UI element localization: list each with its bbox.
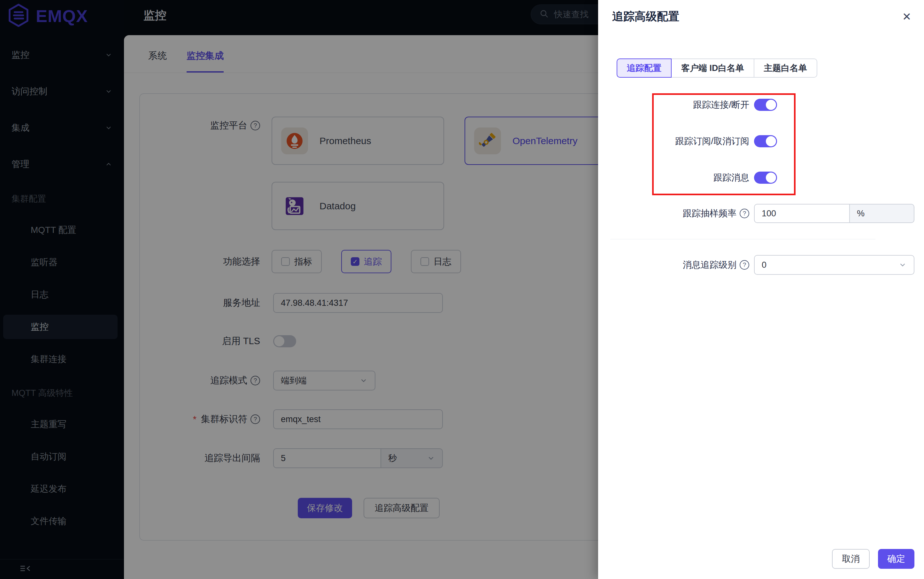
trace-level-row: 消息追踪级别 ? 0 xyxy=(598,255,914,275)
help-icon[interactable]: ? xyxy=(740,209,749,218)
cancel-button[interactable]: 取消 xyxy=(832,549,870,569)
confirm-button[interactable]: 确定 xyxy=(878,549,914,569)
trace-subscribe-toggle[interactable] xyxy=(754,135,777,147)
trace-level-select[interactable]: 0 xyxy=(754,255,914,275)
sample-rate-label: 跟踪抽样频率 xyxy=(683,208,736,219)
trace-connect-toggle[interactable] xyxy=(754,99,777,111)
trace-connect-row: 跟踪连接/断开 xyxy=(598,99,777,111)
trace-message-row: 跟踪消息 xyxy=(598,172,777,184)
trace-message-label: 跟踪消息 xyxy=(713,172,749,184)
tab-trace-config[interactable]: 追踪配置 xyxy=(617,59,672,78)
trace-message-toggle[interactable] xyxy=(754,172,777,184)
chevron-down-icon xyxy=(898,261,907,269)
trace-level-label: 消息追踪级别 xyxy=(683,259,736,271)
drawer-footer: 取消 确定 xyxy=(832,549,914,569)
sample-rate-input[interactable]: 100 xyxy=(754,204,850,223)
sample-rate-row: 跟踪抽样频率 ? 100 % xyxy=(598,204,914,223)
drawer-tabs: 追踪配置 客户端 ID白名单 主题白名单 xyxy=(617,59,817,78)
trace-advanced-config-drawer: 追踪高级配置 ✕ 追踪配置 客户端 ID白名单 主题白名单 跟踪连接/断开 跟踪… xyxy=(598,0,924,579)
trace-connect-label: 跟踪连接/断开 xyxy=(693,99,749,111)
drawer-title: 追踪高级配置 xyxy=(612,9,679,24)
tab-clientid-whitelist[interactable]: 客户端 ID白名单 xyxy=(672,59,754,78)
modal-overlay[interactable] xyxy=(0,0,598,579)
section-divider xyxy=(610,239,875,239)
trace-subscribe-row: 跟踪订阅/取消订阅 xyxy=(598,135,777,147)
close-icon[interactable]: ✕ xyxy=(900,10,914,24)
trace-subscribe-label: 跟踪订阅/取消订阅 xyxy=(675,135,749,147)
sample-rate-unit: % xyxy=(850,204,914,223)
help-icon[interactable]: ? xyxy=(740,260,749,270)
tab-topic-whitelist[interactable]: 主题白名单 xyxy=(754,59,817,78)
